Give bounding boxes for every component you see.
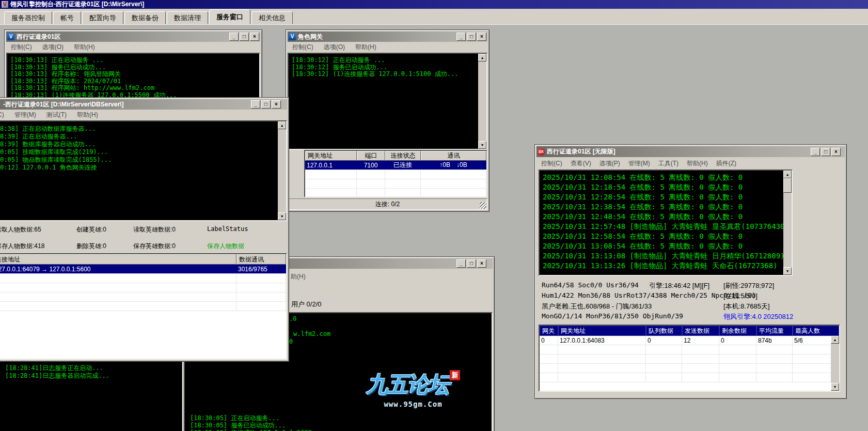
table-row[interactable]: 0 127.0.0.1:64083 0 12 0 874b 5/6 [540,336,839,345]
minimize-icon[interactable]: _ [811,148,820,156]
scroll-thumb[interactable] [783,178,792,193]
menu-control[interactable]: 控制(C) [0,111,4,119]
table-row[interactable] [0,302,286,311]
v-icon: V [289,33,296,40]
menu-control[interactable]: 控制(C) [11,43,32,52]
menu-options[interactable]: 选项(P) [599,159,620,168]
resize-grip[interactable] [480,202,486,209]
close-icon[interactable]: × [477,259,486,268]
minimize-icon[interactable]: _ [229,33,239,41]
table-row[interactable] [305,189,486,197]
minimize-icon[interactable]: _ [456,33,466,41]
log-fragment: 0 [289,338,293,345]
log-fragment: .0 [289,315,296,322]
tab-data-backup[interactable]: 数据备份 [124,11,166,24]
stat-spawn: [刷怪:29778;972] [723,281,774,290]
log-line: 2025/10/31 13:13:08 [制造物品] 大青蛙青蛙 日月精华(16… [543,251,792,261]
tab-account[interactable]: 帐号 [53,11,81,24]
log-line: [18:30:05] 正在启动服务... [190,414,279,422]
maximize-icon[interactable]: □ [467,33,476,41]
m2-console: 2025/10/31 12:08:54 在线数: 5 离线数: 0 假人数: 0… [539,170,793,276]
close-icon[interactable]: × [477,33,486,41]
scrollbar[interactable]: ▲ ▼ [783,171,792,275]
table-row[interactable] [0,283,286,293]
tab-data-clean[interactable]: 数据清理 [167,11,208,24]
tab-server-control[interactable]: 服务器控制 [4,11,52,24]
menu-manage[interactable]: 管理(M) [14,111,36,119]
tab-related-info[interactable]: 相关信息 [251,11,293,24]
menu-help[interactable]: 帮助(H) [74,43,95,52]
menu-tools[interactable]: 工具(T) [658,159,678,168]
tab-service-window[interactable]: 服务窗口 [209,9,250,24]
maximize-icon[interactable]: □ [240,33,249,41]
col-gateway-address[interactable]: 网关地址 [305,151,357,161]
col-max-users[interactable]: 最高人数 [793,326,839,336]
table-row[interactable] [305,179,486,189]
col-conn-address[interactable]: 连接地址 [0,254,236,265]
table-row[interactable] [540,364,839,373]
close-icon[interactable]: × [831,148,841,156]
table-row[interactable] [305,170,486,179]
table-row[interactable]: 127.0.0.1:64079 → 127.0.0.1:5600 3016/97… [0,265,286,274]
scroll-down-icon[interactable]: ▼ [783,267,792,275]
menu-manage[interactable]: 管理(M) [628,159,650,168]
m2-titlebar[interactable]: DX 西行证道录01区 [无限版] _ □ × [536,146,845,157]
menu-view[interactable]: 查看(V) [571,159,591,168]
scroll-down-icon[interactable]: ▼ [831,383,839,391]
menu-options[interactable]: 选项(O) [324,43,345,52]
menu-options[interactable]: 选项(O) [42,43,64,52]
maximize-icon[interactable]: □ [467,259,476,268]
app-titlebar[interactable]: V 翎风引擎控制台-西行证道录01区 [D:\MirServer\] [0,0,868,9]
scrollbar[interactable]: ▲ ▼ [478,54,486,149]
scrollbar[interactable]: ▲ ▼ [278,121,286,220]
log-line: [18:30:12] (1)连接服务器 127.0.0.1:5100 成功... [292,71,486,78]
role-gateway-title: 角色网关 [298,33,454,41]
minimize-icon[interactable]: _ [456,259,466,268]
db-server-console: [18:28:38] 正在启动数据库服务器... [18:28:39] 正在启动… [0,120,287,221]
col-gateway[interactable]: 网关 [540,326,558,336]
close-icon[interactable]: × [250,33,259,41]
maximize-icon[interactable]: □ [261,100,271,109]
close-icon[interactable]: × [272,100,281,109]
scroll-up-icon[interactable]: ▲ [831,336,839,344]
scroll-up-icon[interactable]: ▲ [278,121,286,129]
table-row[interactable] [0,274,286,283]
col-avg-traffic[interactable]: 平均流量 [756,326,793,336]
menu-help[interactable]: 帮助(H) [687,159,708,168]
table-row[interactable] [540,345,839,355]
col-remain-data[interactable]: 剩余数据 [719,326,756,336]
menu-control[interactable]: 控制(C) [541,159,562,168]
col-traffic[interactable]: 通讯 [421,151,486,161]
log-line: [18:28:38] 正在启动数据库服务器... [0,125,286,133]
col-sent-data[interactable]: 发送数据 [682,326,719,336]
scroll-up-icon[interactable]: ▲ [783,171,792,178]
forum-url: www.95gm.Com [351,400,475,408]
user-count-label: 用户 0/2/0 [291,300,322,309]
menu-help[interactable]: 帮助(H) [77,111,98,119]
scroll-up-icon[interactable]: ▲ [478,54,486,61]
menu-test[interactable]: 测试(T) [46,111,67,119]
scroll-down-icon[interactable]: ▼ [478,141,486,149]
tab-config-wizard[interactable]: 配置向导 [82,11,123,24]
table-row[interactable] [540,355,839,364]
db-server-titlebar[interactable]: -西行证道录01区 [D:\MirServer\DBServer\] _ □ × [0,99,287,110]
table-row[interactable]: 127.0.0.1 7100 已连接 ↑0B ↓0B [305,161,486,170]
col-conn-state[interactable]: 连接状态 [385,151,421,161]
scroll-down-icon[interactable]: ▼ [278,212,286,220]
col-gateway-address[interactable]: 网关地址 [558,326,646,336]
col-queue-data[interactable]: 队列数据 [646,326,682,336]
col-port[interactable]: 端口 [357,151,385,161]
scrollbar[interactable]: ▲ ▼ [831,336,839,391]
role-gateway-titlebar[interactable]: V 角色网关 _ □ × [288,32,487,42]
menu-control[interactable]: 控制(C) [292,43,313,52]
maximize-icon[interactable]: □ [821,148,830,156]
table-row[interactable] [540,373,839,382]
v-icon: V [7,33,14,40]
menu-help-fragment[interactable]: 助(H) [291,272,306,281]
minimize-icon[interactable]: _ [251,100,260,109]
menu-plugins[interactable]: 插件(Z) [716,159,736,168]
menu-help[interactable]: 帮助(H) [355,43,376,52]
col-data-traffic[interactable]: 数据通讯 [236,254,286,265]
table-row[interactable] [0,293,286,302]
login-gate-titlebar[interactable]: V 西行证道录01区 _ □ × [6,32,260,42]
